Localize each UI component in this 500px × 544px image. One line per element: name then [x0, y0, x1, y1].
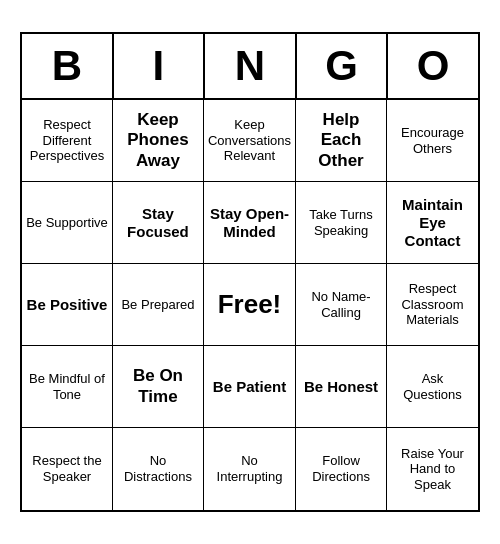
- bingo-cell-17: Be Patient: [204, 346, 296, 428]
- bingo-cell-4: Encourage Others: [387, 100, 478, 182]
- bingo-cell-19: Ask Questions: [387, 346, 478, 428]
- bingo-cell-5: Be Supportive: [22, 182, 113, 264]
- bingo-cell-9: Maintain Eye Contact: [387, 182, 478, 264]
- bingo-cell-24: Raise Your Hand to Speak: [387, 428, 478, 510]
- header-letter-n: N: [205, 34, 297, 98]
- bingo-grid: Respect Different PerspectivesKeep Phone…: [22, 100, 478, 510]
- header-letter-g: G: [297, 34, 389, 98]
- bingo-cell-12: Free!: [204, 264, 296, 346]
- bingo-cell-15: Be Mindful of Tone: [22, 346, 113, 428]
- bingo-cell-22: No Interrupting: [204, 428, 296, 510]
- bingo-card: BINGO Respect Different PerspectivesKeep…: [20, 32, 480, 512]
- bingo-cell-1: Keep Phones Away: [113, 100, 204, 182]
- bingo-cell-23: Follow Directions: [296, 428, 387, 510]
- bingo-cell-0: Respect Different Perspectives: [22, 100, 113, 182]
- bingo-cell-2: Keep Conversations Relevant: [204, 100, 296, 182]
- bingo-cell-13: No Name-Calling: [296, 264, 387, 346]
- bingo-cell-7: Stay Open-Minded: [204, 182, 296, 264]
- bingo-cell-18: Be Honest: [296, 346, 387, 428]
- bingo-cell-6: Stay Focused: [113, 182, 204, 264]
- header-letter-o: O: [388, 34, 478, 98]
- bingo-header: BINGO: [22, 34, 478, 100]
- bingo-cell-8: Take Turns Speaking: [296, 182, 387, 264]
- bingo-cell-10: Be Positive: [22, 264, 113, 346]
- bingo-cell-21: No Distractions: [113, 428, 204, 510]
- bingo-cell-3: Help Each Other: [296, 100, 387, 182]
- bingo-cell-20: Respect the Speaker: [22, 428, 113, 510]
- header-letter-i: I: [114, 34, 206, 98]
- bingo-cell-11: Be Prepared: [113, 264, 204, 346]
- bingo-cell-16: Be On Time: [113, 346, 204, 428]
- header-letter-b: B: [22, 34, 114, 98]
- bingo-cell-14: Respect Classroom Materials: [387, 264, 478, 346]
